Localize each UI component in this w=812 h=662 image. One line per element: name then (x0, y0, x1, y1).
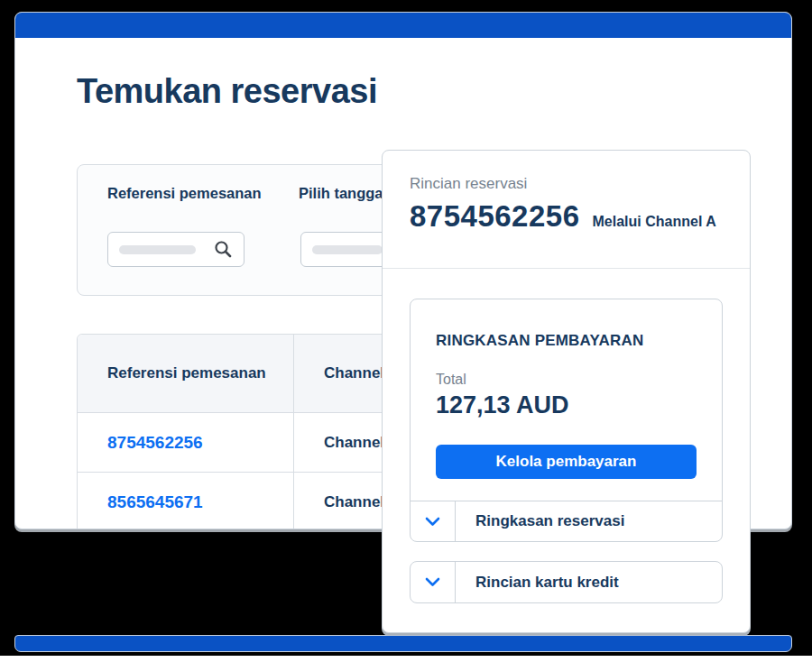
table-header-channel-text: Channel (324, 363, 384, 384)
reference-link[interactable]: 8565645671 (107, 492, 203, 512)
chevron-down-icon[interactable] (425, 577, 440, 587)
panel-eyebrow: Rincian reservasi (410, 175, 723, 193)
reference-link[interactable]: 8754562256 (107, 433, 203, 453)
chevron-cell[interactable] (411, 501, 456, 541)
booking-reference-input[interactable] (107, 232, 245, 267)
reservation-summary-label: Ringkasan reservasi (456, 501, 624, 541)
payment-summary-card: RINGKASAN PEMBAYARAN Total 127,13 AUD Ke… (410, 299, 723, 542)
panel-body: RINGKASAN PEMBAYARAN Total 127,13 AUD Ke… (383, 269, 750, 603)
input-placeholder-bar (119, 245, 196, 254)
reference-number: 8754562256 (410, 199, 580, 234)
table-header-reference: Referensi pemesanan (78, 335, 294, 412)
credit-card-details-accordion[interactable]: Rincian kartu kredit (411, 562, 722, 602)
manage-payment-button[interactable]: Kelola pembayaran (436, 445, 697, 479)
input-placeholder-bar (312, 245, 383, 254)
booking-reference-label-wrap: Referensi pemesanan (107, 185, 262, 202)
reference-cell: 8754562256 (78, 413, 294, 472)
credit-card-details-card: Rincian kartu kredit (410, 561, 723, 603)
window-footer-bar (14, 635, 792, 652)
booking-reference-label: Referensi pemesanan (107, 185, 262, 201)
panel-header: Rincian reservasi 8754562256 Melalui Cha… (383, 151, 750, 269)
chevron-down-icon[interactable] (425, 517, 440, 527)
date-label: Pilih tanggal (299, 185, 387, 201)
window-header-bar (15, 13, 791, 38)
search-icon[interactable] (214, 240, 233, 259)
total-value: 127,13 AUD (436, 391, 697, 419)
payment-summary-content: RINGKASAN PEMBAYARAN Total 127,13 AUD Ke… (411, 299, 722, 501)
reservation-detail-panel: Rincian reservasi 8754562256 Melalui Cha… (382, 150, 751, 633)
table-header-reference-text: Referensi pemesanan (107, 363, 266, 384)
reference-channel: Melalui Channel A (593, 214, 716, 230)
page-bottom-strip (0, 656, 812, 662)
illustration-canvas: Temukan reservasi Referensi pemesanan Pi… (0, 0, 812, 662)
reservation-summary-accordion[interactable]: Ringkasan reservasi (411, 501, 722, 541)
total-label: Total (436, 372, 697, 388)
credit-card-details-label: Rincian kartu kredit (456, 562, 619, 602)
reference-row: 8754562256 Melalui Channel A (410, 199, 723, 234)
payment-summary-heading: RINGKASAN PEMBAYARAN (436, 332, 697, 350)
chevron-cell[interactable] (411, 562, 456, 602)
date-label-wrap: Pilih tanggal (299, 185, 387, 202)
page-title: Temukan reservasi (77, 72, 377, 111)
reference-cell: 8565645671 (78, 473, 294, 529)
